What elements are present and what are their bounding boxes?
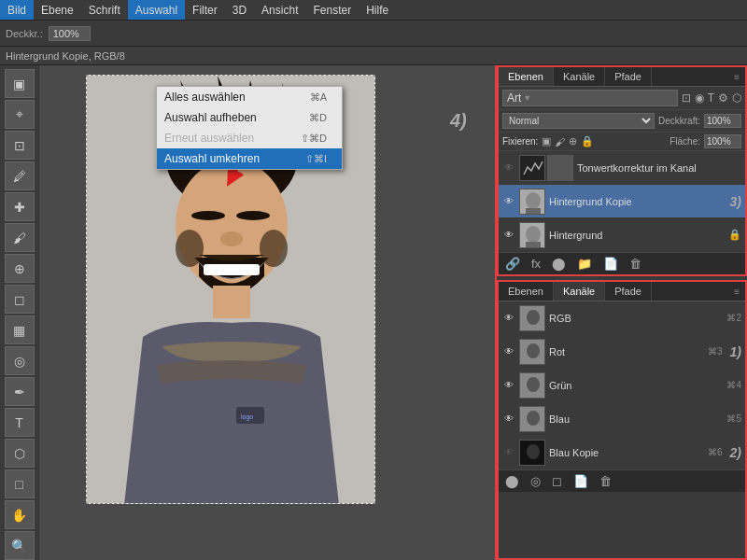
eye-gruen[interactable]: 👁 (502, 379, 515, 392)
delete-icon[interactable]: 🗑 (627, 256, 644, 272)
delete-channel-icon[interactable]: 🗑 (597, 473, 614, 489)
channel-name-gruen: Grün (549, 380, 723, 391)
search-dropdown-icon: ▼ (523, 93, 531, 103)
tool-hand[interactable]: ✋ (5, 500, 35, 529)
main-area: ▣ ⌖ ⊡ 🖉 ✚ 🖌 ⊕ ◻ ▦ ◎ ✒ T ⬡ □ ✋ 🔍 (0, 65, 747, 560)
tool-heal[interactable]: ✚ (5, 192, 35, 221)
menu-schrift[interactable]: Schrift (81, 0, 128, 20)
dropdown-umkehren[interactable]: Auswahl umkehren ⇧⌘I (157, 148, 342, 169)
svg-point-28 (527, 310, 540, 325)
menu-fenster[interactable]: Fenster (305, 0, 359, 20)
channel-shortcut-blau-kopie: ⌘6 (708, 447, 723, 457)
panel-toolbar-bottom: ⬤ ◎ ◻ 📄 🗑 (499, 469, 745, 492)
tab-pfade-top[interactable]: Pfade (605, 67, 652, 86)
menu-hilfe[interactable]: Hilfe (359, 0, 396, 20)
svg-rect-23 (526, 208, 541, 215)
tab-kanaele-bottom[interactable]: Kanäle (554, 282, 605, 301)
thumb-rgb (519, 305, 545, 331)
fill-label: Fläche: (669, 136, 700, 147)
new-channel-icon[interactable]: 📄 (571, 473, 591, 489)
menu-filter[interactable]: Filter (185, 0, 225, 20)
tool-crop[interactable]: ⊡ (5, 131, 35, 160)
eye-hintergrund[interactable]: 👁 (502, 229, 515, 242)
layer-tonwert[interactable]: 👁 Tonwertkorrektur im Kanal (499, 151, 745, 185)
breadcrumb-bar: Hintergrund Kopie, RGB/8 (0, 47, 747, 65)
channel-to-selection-icon[interactable]: ◎ (528, 473, 543, 489)
menu-bild[interactable]: Bild (0, 0, 34, 20)
opacity-input[interactable] (704, 114, 741, 128)
tool-dodge[interactable]: ◎ (5, 346, 35, 375)
tool-select[interactable]: ▣ (5, 69, 35, 98)
lock-pos-icon[interactable]: ⊕ (569, 135, 577, 147)
eye-rgb[interactable]: 👁 (502, 312, 515, 325)
tool-eyedropper[interactable]: 🖉 (5, 161, 35, 190)
menu-ebene[interactable]: Ebene (34, 0, 81, 20)
menu-3d[interactable]: 3D (225, 0, 254, 20)
channel-blau-kopie[interactable]: 👁 Blau Kopie ⌘6 2) (499, 436, 745, 469)
blend-mode-select[interactable]: Normal (502, 113, 655, 129)
dropdown-erneut-shortcut: ⇧⌘D (301, 133, 327, 145)
panel-menu-icon-top[interactable]: ≡ (728, 68, 745, 86)
eye-rot[interactable]: 👁 (502, 345, 515, 358)
tool-gradient[interactable]: ▦ (5, 315, 35, 344)
dropdown-umkehren-shortcut: ⇧⌘I (305, 153, 327, 165)
channels-panel: Ebenen Kanäle Pfade ≡ 👁 RGB ⌘2 👁 Rot (497, 280, 747, 560)
dropdown-aufheben-shortcut: ⌘D (309, 112, 327, 124)
channel-blau[interactable]: 👁 Blau ⌘5 (499, 402, 745, 436)
svg-point-32 (527, 377, 540, 392)
panel-menu-icon-bottom[interactable]: ≡ (728, 283, 745, 301)
channel-rot[interactable]: 👁 Rot ⌘3 1) (499, 335, 745, 369)
eye-blau[interactable]: 👁 (502, 413, 515, 426)
folder-icon[interactable]: 📁 (574, 256, 595, 272)
fx-icon[interactable]: fx (529, 256, 543, 272)
tab-pfade-bottom[interactable]: Pfade (605, 282, 652, 301)
svg-rect-15 (213, 286, 250, 318)
lock-paint-icon[interactable]: 🖌 (555, 136, 565, 147)
selection-icon[interactable]: ⬤ (502, 473, 522, 489)
menubar: Bild Ebene Schrift Auswahl Filter 3D Ans… (0, 0, 747, 21)
tool-shape[interactable]: □ (5, 469, 35, 498)
tool-zoom[interactable]: 🔍 (5, 531, 35, 560)
channel-shortcut-gruen: ⌘4 (726, 380, 741, 390)
eye-hintergrund-kopie[interactable]: 👁 (502, 195, 515, 208)
tool-brush[interactable]: 🖌 (5, 223, 35, 252)
save-channel-icon[interactable]: ◻ (549, 473, 565, 489)
layer-hintergrund-kopie[interactable]: 👁 Hintergrund Kopie 3) (499, 185, 745, 218)
dropdown-alles[interactable]: Alles auswählen ⌘A (157, 87, 342, 107)
svg-rect-26 (526, 242, 541, 248)
tool-eraser[interactable]: ◻ (5, 285, 35, 314)
tool-pen[interactable]: ✒ (5, 377, 35, 406)
tool-text[interactable]: T (5, 408, 35, 437)
mask-icon[interactable]: ⬤ (549, 256, 569, 272)
menu-auswahl[interactable]: Auswahl (128, 0, 185, 20)
search-label: Art (507, 91, 521, 105)
page-icon[interactable]: 📄 (600, 256, 621, 272)
eye-tonwert[interactable]: 👁 (502, 161, 515, 175)
channel-gruen[interactable]: 👁 Grün ⌘4 (499, 369, 745, 402)
tool-lasso[interactable]: ⌖ (5, 100, 35, 129)
tab-ebenen-top[interactable]: Ebenen (499, 67, 554, 86)
channel-shortcut-blau: ⌘5 (726, 413, 741, 424)
dropdown-menu: Alles auswählen ⌘A Auswahl aufheben ⌘D E… (156, 86, 343, 170)
dropdown-aufheben[interactable]: Auswahl aufheben ⌘D (157, 107, 342, 128)
channel-name-rgb: RGB (549, 313, 723, 324)
tool-stamp[interactable]: ⊕ (5, 254, 35, 283)
tool-path[interactable]: ⬡ (5, 439, 35, 468)
icon-pixel: ⊡ (682, 91, 691, 105)
tab-ebenen-bottom[interactable]: Ebenen (499, 282, 554, 301)
channel-shortcut-rot: ⌘3 (708, 346, 723, 357)
search-box[interactable]: Art ▼ (502, 90, 678, 106)
fixieren-label: Fixieren: (502, 136, 538, 147)
link-icon[interactable]: 🔗 (502, 256, 523, 272)
layer-hintergrund[interactable]: 👁 Hintergrund 🔒 (499, 218, 745, 252)
fill-input[interactable] (704, 134, 741, 148)
deckkr-label: Deckkr.: (6, 28, 43, 39)
lock-all-icon[interactable]: 🔒 (581, 135, 594, 147)
eye-blau-kopie[interactable]: 👁 (502, 446, 515, 459)
lock-transparency-icon[interactable]: ▣ (542, 135, 551, 147)
deckkr-input[interactable] (49, 26, 91, 41)
thumb-tonwert2 (547, 155, 573, 181)
tab-kanaele-top[interactable]: Kanäle (554, 67, 605, 86)
menu-ansicht[interactable]: Ansicht (254, 0, 305, 20)
channel-rgb[interactable]: 👁 RGB ⌘2 (499, 301, 745, 335)
